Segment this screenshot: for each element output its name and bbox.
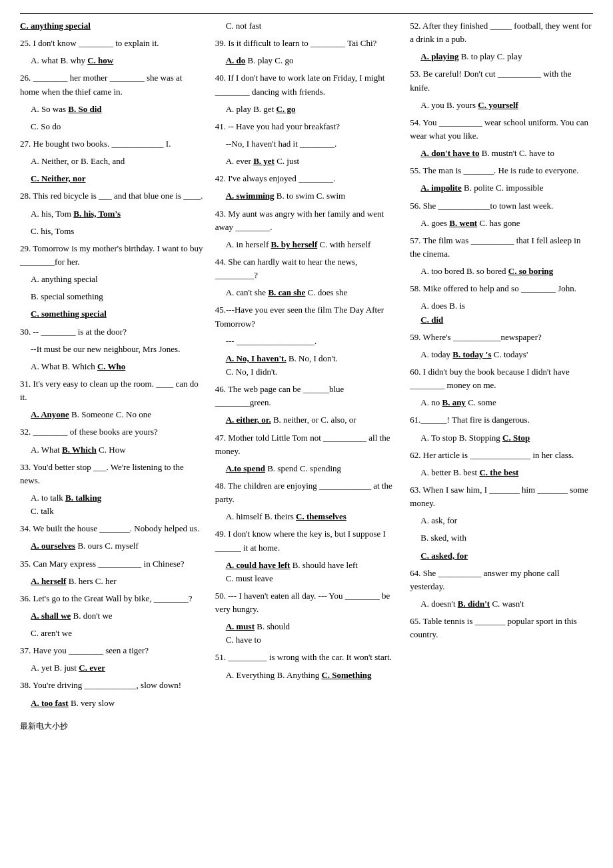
question-block: A. What B. Which C. How xyxy=(20,443,203,457)
question-block: A. today B. today 's C. todays' xyxy=(410,348,593,361)
question-block: 51. _________ is wrong with the car. It … xyxy=(215,651,398,664)
question-block: A. what B. why C. how xyxy=(20,54,203,67)
question-block: C. asked, for xyxy=(410,549,593,563)
question-block: A. ourselves B. ours C. myself xyxy=(20,539,203,553)
question-block: 38. You're driving ____________, slow do… xyxy=(20,679,203,692)
question-block: C. Neither, nor xyxy=(20,172,203,185)
question-block: A. swimming B. to swim C. swim xyxy=(215,189,398,203)
question-block: 41. -- Have you had your breakfast? xyxy=(215,120,398,133)
question-block: A. yet B. just C. ever xyxy=(20,661,203,675)
question-block: A. can't she B. can she C. does she xyxy=(215,286,398,299)
question-block: A. no B. any C. some xyxy=(410,396,593,409)
question-block: C. his, Toms xyxy=(20,225,203,238)
question-block: 50. --- I haven't eaten all day. --- You… xyxy=(215,589,398,616)
question-block: A. doesn't B. didn't C. wasn't xyxy=(410,597,593,611)
question-block: A. too bored B. so bored C. so boring xyxy=(410,265,593,278)
question-block: A. shall we B. don't we xyxy=(20,609,203,623)
question-block: C. So do xyxy=(20,120,203,133)
question-block: B. special something xyxy=(20,290,203,303)
question-block: 33. You'd better stop ___. We're listeni… xyxy=(20,461,203,487)
question-block: 62. Her article is ______________ in her… xyxy=(410,449,593,462)
question-block: 32. ________ of these books are yours? xyxy=(20,425,203,439)
question-block: 25. I don't know ________ to explain it. xyxy=(20,37,203,50)
question-block: 30. -- ________ is at the door? xyxy=(20,325,203,339)
question-block: B. sked, with xyxy=(410,531,593,545)
question-block: A. Anyone B. Someone C. No one xyxy=(20,408,203,421)
question-block: 31. It's very easy to clean up the room.… xyxy=(20,377,203,404)
question-block: 61.______! That fire is dangerous. xyxy=(410,413,593,427)
question-block: --- __________________. xyxy=(215,335,398,348)
question-block: 65. Table tennis is _______ popular spor… xyxy=(410,615,593,641)
footer-text: 最新电大小抄 xyxy=(20,721,593,732)
question-block: 45.---Have you ever seen the film The Da… xyxy=(215,303,398,330)
question-block: 46. The web page can be ______blue _____… xyxy=(215,383,398,409)
question-block: 53. Be careful! Don't cut __________ wit… xyxy=(410,67,593,94)
question-block: C. something special xyxy=(20,307,203,321)
question-block: A. To stop B. Stopping C. Stop xyxy=(410,431,593,445)
question-block: --It must be our new neighbour, Mrs Jone… xyxy=(20,343,203,356)
question-block: 54. You __________ wear school uniform. … xyxy=(410,116,593,143)
column-3: 52. After they finished _____ football, … xyxy=(410,19,593,714)
question-block: A. his, Tom B. his, Tom's xyxy=(20,207,203,221)
question-block: A. goes B. went C. has gone xyxy=(410,217,593,230)
question-block: A. Everything B. Anything C. Something xyxy=(215,669,398,682)
question-block: 44. She can hardly wait to hear the news… xyxy=(215,255,398,282)
question-block: 26. ________ her mother ________ she was… xyxy=(20,71,203,98)
question-block: 56. She ____________to town last week. xyxy=(410,199,593,213)
question-block: A. impolite B. polite C. impossible xyxy=(410,181,593,195)
question-block: A. do B. play C. go xyxy=(215,54,398,67)
question-block: --No, I haven't had it ________. xyxy=(215,137,398,151)
question-block: A. must B. shouldC. have to xyxy=(215,620,398,647)
question-block: A. either, or. B. neither, or C. also, o… xyxy=(215,413,398,427)
question-block: A. does B. isC. did xyxy=(410,299,593,326)
question-block: 34. We built the house _______. Nobody h… xyxy=(20,522,203,535)
question-block: 36. Let's go to the Great Wall by bike, … xyxy=(20,592,203,605)
question-block: A. to talk B. talkingC. talk xyxy=(20,491,203,518)
question-block: C. aren't we xyxy=(20,627,203,640)
question-block: A. Neither, or B. Each, and xyxy=(20,155,203,168)
question-block: 43. My aunt was angry with her family an… xyxy=(215,207,398,234)
question-block: A. No, I haven't. B. No, I don't.C. No, … xyxy=(215,352,398,379)
question-block: 35. Can Mary express __________ in Chine… xyxy=(20,557,203,571)
question-block: A. could have left B. should have leftC.… xyxy=(215,559,398,585)
question-block: A.to spend B. spend C. spending xyxy=(215,462,398,475)
question-block: 52. After they finished _____ football, … xyxy=(410,19,593,46)
question-block: A. So was B. So did xyxy=(20,103,203,116)
column-1: C. anything special25. I don't know ____… xyxy=(20,19,203,714)
question-block: 60. I didn't buy the book because I didn… xyxy=(410,365,593,392)
column-2: C. not fast39. Is it difficult to learn … xyxy=(215,19,398,714)
question-block: A. too fast B. very slow xyxy=(20,697,203,710)
question-block: C. anything special xyxy=(20,19,203,33)
question-block: 57. The film was __________ that I fell … xyxy=(410,234,593,261)
question-block: A. ever B. yet C. just xyxy=(215,155,398,168)
question-block: 49. I don't know where the key is, but I… xyxy=(215,527,398,554)
question-block: 63. When I saw him, I _______ him ______… xyxy=(410,483,593,510)
question-block: A. himself B. theirs C. themselves xyxy=(215,510,398,523)
question-block: 29. Tomorrow is my mother's birthday. I … xyxy=(20,242,203,269)
question-block: 59. Where's ___________newspaper? xyxy=(410,331,593,344)
question-block: A. anything special xyxy=(20,273,203,286)
question-block: A. you B. yours C. yourself xyxy=(410,99,593,112)
question-block: A. What B. Which C. Who xyxy=(20,360,203,373)
question-block: 28. This red bicycle is ___ and that blu… xyxy=(20,189,203,203)
question-block: 48. The children are enjoying __________… xyxy=(215,479,398,506)
question-block: 42. I've always enjoyed ________. xyxy=(215,172,398,185)
question-block: A. play B. get C. go xyxy=(215,103,398,116)
question-block: 27. He bought two books. ____________ I. xyxy=(20,137,203,151)
question-block: 47. Mother told Little Tom not _________… xyxy=(215,431,398,458)
question-block: A. better B. best C. the best xyxy=(410,466,593,479)
question-block: 40. If I don't have to work late on Frid… xyxy=(215,71,398,98)
question-block: A. herself B. hers C. her xyxy=(20,575,203,588)
question-block: A. don't have to B. mustn't C. have to xyxy=(410,147,593,160)
question-block: 64. She __________ answer my phone call … xyxy=(410,567,593,593)
question-block: C. not fast xyxy=(215,19,398,33)
question-block: 39. Is it difficult to learn to ________… xyxy=(215,37,398,50)
question-block: A. ask, for xyxy=(410,514,593,527)
question-block: A. in herself B. by herself C. with hers… xyxy=(215,238,398,251)
question-block: 58. Mike offered to help and so ________… xyxy=(410,282,593,295)
question-block: 37. Have you ________ seen a tiger? xyxy=(20,644,203,657)
question-block: A. playing B. to play C. play xyxy=(410,50,593,63)
question-block: 55. The man is _______. He is rude to ev… xyxy=(410,164,593,177)
